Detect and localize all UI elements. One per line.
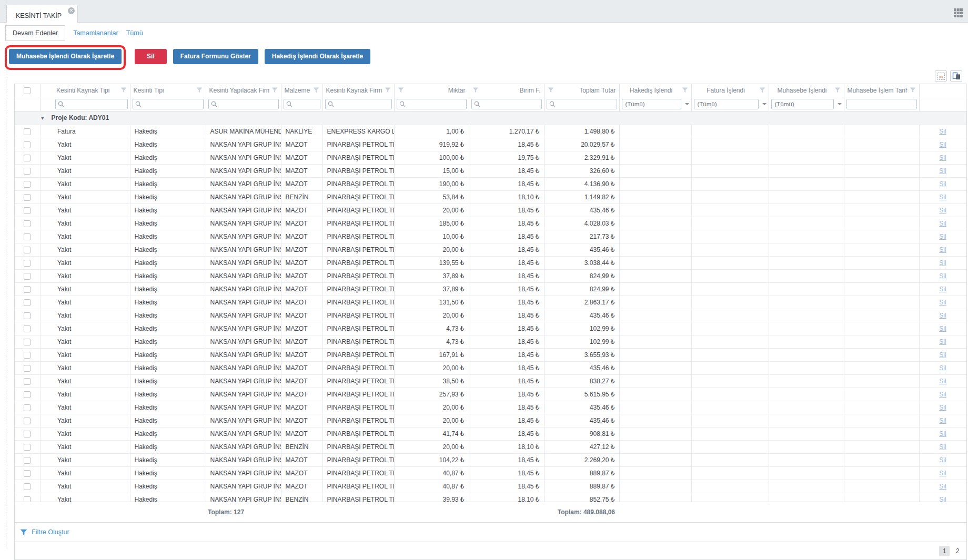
dropdown-arrow-icon[interactable] <box>685 103 689 105</box>
sil-link[interactable]: Sil <box>924 312 962 319</box>
row-checkbox[interactable] <box>24 444 31 451</box>
filter-input-malzeme[interactable] <box>294 100 320 108</box>
column-header-hakedis_islendi[interactable]: Hakediş İşlendi <box>619 84 691 97</box>
filtre-olustur-link[interactable]: Filtre Oluştur <box>20 528 69 536</box>
page-button-2[interactable]: 2 <box>952 546 963 556</box>
row-checkbox[interactable] <box>24 391 31 398</box>
column-chooser-button[interactable] <box>950 70 962 82</box>
row-checkbox[interactable] <box>24 496 31 501</box>
row-checkbox[interactable] <box>24 299 31 306</box>
sil-link[interactable]: Sil <box>924 351 962 359</box>
column-header-birim_f[interactable]: Birim F. <box>469 84 544 97</box>
row-checkbox[interactable] <box>24 339 31 345</box>
filter-input-yapilacak_firma[interactable] <box>219 100 278 108</box>
row-checkbox[interactable] <box>24 325 31 332</box>
sil-link[interactable]: Sil <box>924 483 962 490</box>
sil-link[interactable]: Sil <box>924 404 962 411</box>
row-checkbox[interactable] <box>24 247 31 253</box>
row-checkbox[interactable] <box>24 378 31 385</box>
column-header-fatura_islendi[interactable]: Fatura İşlendi <box>691 84 769 97</box>
sil-link[interactable]: Sil <box>924 259 962 267</box>
sil-link[interactable]: Sil <box>924 496 962 502</box>
dropdown-arrow-icon[interactable] <box>762 103 767 105</box>
sil-link[interactable]: Sil <box>924 167 962 175</box>
column-header-malzeme[interactable]: Malzeme <box>281 84 322 97</box>
doc-tab-kesinti-takip[interactable]: KESİNTİ TAKİP ✕ <box>6 5 78 23</box>
row-checkbox[interactable] <box>24 483 31 490</box>
sil-link[interactable]: Sil <box>924 246 962 253</box>
column-header-muhasebe_islendi[interactable]: Muhasebe İşlendi <box>769 84 844 97</box>
xls-export-button[interactable]: xls <box>935 70 947 82</box>
filter-funnel-icon[interactable] <box>759 87 765 93</box>
sil-link[interactable]: Sil <box>924 325 962 332</box>
filter-input-birim_f[interactable] <box>482 100 541 108</box>
filter-funnel-icon[interactable] <box>313 87 319 93</box>
filter-funnel-icon[interactable] <box>398 87 404 93</box>
filter-input-kesinti_tipi[interactable] <box>143 100 203 108</box>
column-header-yapilacak_firma[interactable]: Kesinti Yapılacak Firma <box>206 84 281 97</box>
filter-input-muhasebe_islem_tarihi[interactable] <box>847 99 916 109</box>
sil-link[interactable]: Sil <box>924 180 962 188</box>
sil-link[interactable]: Sil <box>924 299 962 306</box>
sil-link[interactable]: Sil <box>924 141 962 148</box>
row-checkbox[interactable] <box>24 418 31 424</box>
sil-link[interactable]: Sil <box>924 417 962 424</box>
column-header-kaynak_tipi[interactable]: Kesinti Kaynak Tipi <box>53 84 130 97</box>
apps-grid-icon[interactable] <box>954 8 963 17</box>
row-checkbox[interactable] <box>24 141 31 148</box>
row-checkbox[interactable] <box>24 194 31 201</box>
column-header-kesinti_tipi[interactable]: Kesinti Tipi <box>130 84 206 97</box>
filter-funnel-icon[interactable] <box>472 87 479 93</box>
sil-button[interactable]: Sil <box>135 49 167 64</box>
row-checkbox[interactable] <box>24 273 31 280</box>
tab-tumu[interactable]: Tümü <box>126 29 143 37</box>
column-header-muhasebe_islem_tarihi[interactable]: Muhasebe İşlem Tarihi <box>844 84 919 97</box>
row-checkbox[interactable] <box>24 181 31 188</box>
sil-link[interactable]: Sil <box>924 194 962 201</box>
row-checkbox[interactable] <box>24 286 31 293</box>
row-checkbox[interactable] <box>24 404 31 411</box>
row-checkbox[interactable] <box>24 470 31 477</box>
row-checkbox[interactable] <box>24 155 31 161</box>
sil-link[interactable]: Sil <box>924 233 962 240</box>
row-checkbox[interactable] <box>24 168 31 175</box>
filter-funnel-icon[interactable] <box>271 87 278 93</box>
row-checkbox[interactable] <box>24 220 31 227</box>
filter-funnel-icon[interactable] <box>834 87 841 93</box>
sil-link[interactable]: Sil <box>924 154 962 161</box>
filter-input-kaynak_tipi[interactable] <box>66 100 127 108</box>
sil-link[interactable]: Sil <box>924 220 962 227</box>
sil-link[interactable]: Sil <box>924 272 962 280</box>
row-checkbox[interactable] <box>24 128 31 135</box>
sil-link[interactable]: Sil <box>924 207 962 214</box>
filter-select-fatura_islendi[interactable]: (Tümü) <box>694 99 759 109</box>
sil-link[interactable]: Sil <box>924 430 962 437</box>
tab-devam-edenler[interactable]: Devam Edenler <box>5 25 65 41</box>
page-button-1[interactable]: 1 <box>939 546 950 556</box>
sil-link[interactable]: Sil <box>924 286 962 293</box>
sil-link[interactable]: Sil <box>924 364 962 372</box>
filter-select-hakedis_islendi[interactable]: (Tümü) <box>622 99 681 109</box>
column-header-kaynak_firma[interactable]: Kesinti Kaynak Firma <box>322 84 394 97</box>
filter-funnel-icon[interactable] <box>548 87 554 93</box>
dropdown-arrow-icon[interactable] <box>838 103 842 105</box>
select-all-checkbox[interactable] <box>24 87 31 94</box>
row-checkbox[interactable] <box>24 365 31 372</box>
filter-funnel-icon[interactable] <box>682 87 688 93</box>
row-checkbox[interactable] <box>24 457 31 464</box>
column-header-sil[interactable] <box>919 84 966 97</box>
close-icon[interactable]: ✕ <box>68 7 75 14</box>
filter-funnel-icon[interactable] <box>385 87 391 93</box>
fatura-formunu-goster-button[interactable]: Fatura Formunu Göster <box>173 49 258 64</box>
filter-select-muhasebe_islendi[interactable]: (Tümü) <box>771 99 834 109</box>
group-collapse-icon[interactable]: ▾ <box>41 115 44 121</box>
hakedis-islendi-olarak-isaretle-button[interactable]: Hakediş İşlendi Olarak İşaretle <box>265 49 370 64</box>
sil-link[interactable]: Sil <box>924 456 962 464</box>
row-checkbox[interactable] <box>24 312 31 319</box>
sil-link[interactable]: Sil <box>924 378 962 385</box>
column-header-toplam_tutar[interactable]: Toplam Tutar <box>544 84 619 97</box>
filter-funnel-icon[interactable] <box>910 87 916 93</box>
row-checkbox[interactable] <box>24 352 31 359</box>
filter-input-kaynak_firma[interactable] <box>336 100 391 108</box>
sil-link[interactable]: Sil <box>924 391 962 398</box>
